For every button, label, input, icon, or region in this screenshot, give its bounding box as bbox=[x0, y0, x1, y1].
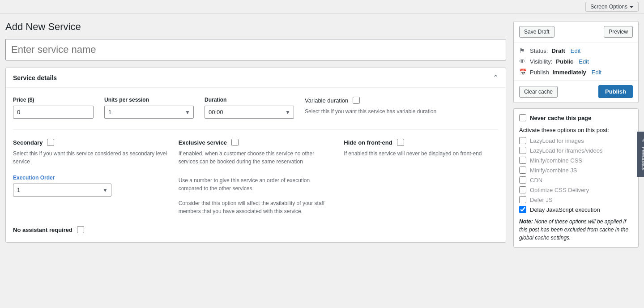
status-edit-link[interactable]: Edit bbox=[571, 47, 580, 54]
save-draft-button[interactable]: Save Draft bbox=[519, 26, 554, 38]
right-sidebar: Save Draft Preview ⚑ Status: Draft Edit … bbox=[513, 21, 639, 248]
publish-time-value: immediately bbox=[553, 69, 586, 76]
top-bar: Screen Options bbox=[0, 0, 644, 14]
publish-box: Save Draft Preview ⚑ Status: Draft Edit … bbox=[513, 21, 639, 103]
hide-checkbox[interactable] bbox=[397, 139, 404, 146]
left-panel: Add New Service Service details ⌃ Price … bbox=[5, 21, 506, 248]
publish-time-edit-link[interactable]: Edit bbox=[592, 69, 601, 76]
status-row: ⚑ Status: Draft Edit bbox=[519, 47, 633, 54]
status-value: Draft bbox=[551, 47, 565, 54]
secondary-checkbox[interactable] bbox=[47, 139, 54, 146]
cache-item-label: LazyLoad for images bbox=[530, 137, 584, 144]
screen-options-button[interactable]: Screen Options bbox=[585, 2, 639, 12]
publish-actions: Save Draft Preview bbox=[514, 21, 638, 43]
cache-item-label: Optimize CSS Delivery bbox=[530, 187, 589, 193]
cache-item-checkbox[interactable] bbox=[519, 147, 526, 154]
card-header[interactable]: Service details ⌃ bbox=[6, 68, 506, 88]
visibility-edit-link[interactable]: Edit bbox=[579, 58, 589, 65]
exclusive-desc: If enabled, when a customer choose this … bbox=[179, 150, 333, 166]
never-cache-row: Never cache this page bbox=[519, 114, 633, 121]
status-icon: ⚑ bbox=[519, 47, 526, 54]
variable-duration-row: Variable duration bbox=[305, 97, 499, 104]
cache-item-checkbox[interactable] bbox=[519, 186, 526, 193]
duration-group: Duration 00:00 00:30 01:00 ▼ bbox=[205, 97, 294, 119]
cache-item-row: LazyLoad for images bbox=[519, 137, 633, 144]
never-cache-checkbox[interactable] bbox=[519, 114, 526, 121]
cache-items-list: LazyLoad for imagesLazyLoad for iframes/… bbox=[519, 137, 633, 213]
cache-item-checkbox[interactable] bbox=[519, 137, 526, 144]
cache-item-label: Defer JS bbox=[530, 197, 553, 203]
status-label: Status: bbox=[530, 47, 548, 54]
duration-select[interactable]: 00:00 00:30 01:00 bbox=[205, 106, 294, 119]
feedback-tab[interactable]: ✎ Feedback bbox=[637, 132, 644, 177]
clear-cache-button[interactable]: Clear cache bbox=[519, 86, 558, 98]
execution-order-wrapper: 1 2 3 ▼ bbox=[13, 184, 111, 197]
card-body: Price ($) Units per session 1 2 3 ▼ bbox=[6, 88, 506, 242]
price-label: Price ($) bbox=[13, 97, 94, 103]
main-content: Add New Service Service details ⌃ Price … bbox=[0, 14, 644, 255]
options-row: Secondary Select this if you want this s… bbox=[13, 139, 499, 215]
secondary-label: Secondary bbox=[13, 139, 43, 146]
hide-desc: If enabled this service will never be di… bbox=[344, 150, 499, 158]
cache-item-checkbox[interactable] bbox=[519, 157, 526, 164]
variable-duration-checkbox[interactable] bbox=[353, 97, 360, 104]
execution-order-label: Execution Order bbox=[13, 175, 168, 181]
preview-button[interactable]: Preview bbox=[604, 26, 633, 38]
exclusive-checkbox[interactable] bbox=[231, 139, 239, 146]
execution-order-group: Execution Order 1 2 3 ▼ bbox=[13, 175, 168, 197]
cache-note-bold: Note: bbox=[519, 218, 533, 225]
cache-item-checkbox[interactable] bbox=[519, 176, 526, 184]
cache-item-row: Optimize CSS Delivery bbox=[519, 186, 633, 193]
secondary-header: Secondary bbox=[13, 139, 168, 146]
visibility-row: 👁 Visibility: Public Edit bbox=[519, 58, 633, 65]
service-details-card: Service details ⌃ Price ($) Units per se… bbox=[5, 68, 506, 243]
screen-options-label: Screen Options bbox=[590, 4, 627, 10]
units-select[interactable]: 1 2 3 bbox=[104, 106, 194, 119]
duration-select-wrapper: 00:00 00:30 01:00 ▼ bbox=[205, 106, 294, 119]
cache-item-checkbox[interactable] bbox=[519, 167, 526, 174]
hide-group: Hide on front-end If enabled this servic… bbox=[344, 139, 499, 215]
cache-item-label: Delay JavaScript execution bbox=[530, 206, 600, 213]
exclusive-group: Exclusive service If enabled, when a cus… bbox=[179, 139, 333, 215]
price-group: Price ($) bbox=[13, 97, 94, 119]
execution-desc1: Use a number to give this service an ord… bbox=[179, 176, 333, 192]
publish-button[interactable]: Publish bbox=[598, 85, 633, 98]
page-title: Add New Service bbox=[5, 21, 506, 33]
cache-item-label: Minify/combine JS bbox=[530, 167, 577, 174]
secondary-desc: Select this if you want this service con… bbox=[13, 150, 168, 166]
execution-order-select[interactable]: 1 2 3 bbox=[13, 184, 111, 197]
cache-item-label: LazyLoad for iframes/videos bbox=[530, 147, 603, 154]
cache-note: Note: None of these options will be appl… bbox=[519, 218, 633, 242]
execution-desc2: Consider that this option will affect th… bbox=[179, 199, 333, 215]
never-cache-label: Never cache this page bbox=[530, 115, 591, 121]
calendar-icon: 📅 bbox=[519, 68, 526, 76]
cache-item-label: CDN bbox=[530, 177, 542, 184]
cache-item-row: Defer JS bbox=[519, 196, 633, 203]
cache-item-row: CDN bbox=[519, 176, 633, 184]
cache-item-checkbox[interactable] bbox=[519, 206, 526, 213]
card-header-title: Service details bbox=[13, 74, 57, 81]
cache-item-row: Minify/combine JS bbox=[519, 167, 633, 174]
publish-footer: Clear cache Publish bbox=[514, 81, 638, 103]
publish-time-row: 📅 Publish immediately Edit bbox=[519, 68, 633, 76]
execution-notes: Use a number to give this service an ord… bbox=[179, 176, 333, 215]
cache-note-text: None of these options will be applied if… bbox=[519, 218, 628, 241]
publish-meta: ⚑ Status: Draft Edit 👁 Visibility: Publi… bbox=[514, 43, 638, 81]
cache-item-row: LazyLoad for iframes/videos bbox=[519, 147, 633, 154]
exclusive-label: Exclusive service bbox=[179, 139, 227, 146]
no-assistant-checkbox[interactable] bbox=[77, 226, 84, 233]
activate-label: Activate these options on this post: bbox=[519, 127, 633, 133]
hide-label: Hide on front-end bbox=[344, 139, 392, 146]
service-name-input[interactable] bbox=[5, 39, 506, 60]
cache-box: Never cache this page Activate these opt… bbox=[513, 108, 639, 248]
feedback-icon: ✎ bbox=[641, 138, 644, 142]
visibility-label: Visibility: bbox=[530, 58, 552, 65]
no-assistant-row: No assistant required bbox=[13, 226, 499, 233]
units-group: Units per session 1 2 3 ▼ bbox=[104, 97, 194, 119]
cache-item-row: Delay JavaScript execution bbox=[519, 206, 633, 213]
visibility-icon: 👁 bbox=[519, 58, 526, 65]
cache-item-checkbox[interactable] bbox=[519, 196, 526, 203]
cache-item-row: Minify/combine CSS bbox=[519, 157, 633, 164]
secondary-group: Secondary Select this if you want this s… bbox=[13, 139, 168, 215]
price-input[interactable] bbox=[13, 106, 94, 119]
